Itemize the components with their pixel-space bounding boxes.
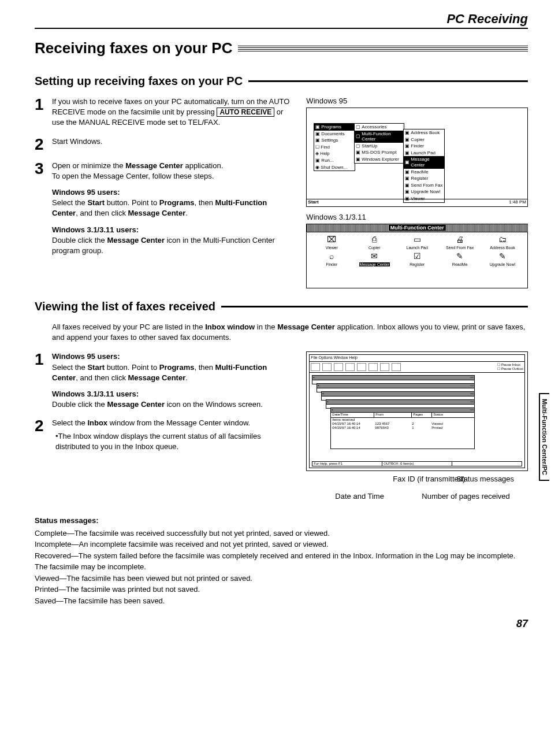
status-item: Viewed—The facsimile has been viewed but… xyxy=(35,573,528,584)
mfc-submenu: ▣Address Book ▣Copier ▣Finder ▣Launch Pa… xyxy=(403,129,445,203)
viewing-intro: All faxes received by your PC are listed… xyxy=(52,322,528,343)
viewing-left-column: 1 Windows 95 users: Select the Start but… xyxy=(35,351,295,503)
section-rule xyxy=(221,306,528,307)
lbl: Documents xyxy=(321,131,344,137)
step-number: 2 xyxy=(35,136,52,153)
icon-addressbook: 🗂Address Book xyxy=(482,235,523,250)
submenu-item: ▣ReadMe xyxy=(404,169,444,176)
lbl: Finder xyxy=(411,143,424,149)
lbl: Upgrade Now! xyxy=(411,189,440,195)
icon-readme: ✎ReadMe xyxy=(440,251,480,267)
txt: Double click the xyxy=(52,400,107,409)
lbl: Windows Explorer xyxy=(362,157,399,162)
txt: , and then click xyxy=(76,209,128,217)
w31-label: Windows 3.1/3.11 users: xyxy=(52,390,139,398)
menu-item: ☐Find xyxy=(314,144,355,151)
lbl: Send From Fax xyxy=(411,183,442,188)
step-number: 1 xyxy=(35,97,52,128)
side-tab: Multi-Function Center/PC xyxy=(539,393,549,481)
icon-upgrade: ✎Upgrade Now! xyxy=(482,251,523,267)
status-help: For Help, press F1 xyxy=(312,462,382,466)
column-headers: Date/Time From Pages Status xyxy=(331,413,474,417)
lbl: Help xyxy=(320,151,329,157)
txt: . xyxy=(185,209,188,217)
txt: Select the xyxy=(52,363,87,372)
tool-icon xyxy=(368,363,378,371)
submenu-item: ▣Send From Fax xyxy=(404,182,444,189)
message-center-screenshot: File Options Window Help ☐ Pause Inbox☐ … xyxy=(306,351,528,471)
mfc-titlebar: Multi-Function Center xyxy=(307,224,527,232)
txt: , then xyxy=(194,198,215,207)
win31-caption: Windows 3.1/3.11 xyxy=(306,213,528,221)
lbl: Programs xyxy=(321,124,341,130)
win95-caption: Windows 95 xyxy=(306,97,528,105)
lbl: Copier xyxy=(411,137,425,143)
win95-screenshot: ▣Programs ▣Documents ▣Settings ☐Find ◈He… xyxy=(306,108,528,207)
submenu-item: ▣Upgrade Now! xyxy=(404,188,444,195)
step3-a: Open or minimize the xyxy=(52,161,125,170)
viewing-step-1: 1 Windows 95 users: Select the Start but… xyxy=(35,351,295,410)
status-item: Printed—The facsimile was printed but no… xyxy=(35,584,528,595)
tool-icon xyxy=(334,363,343,371)
page-number: 87 xyxy=(35,618,528,630)
page-header: PC Receiving xyxy=(35,12,528,29)
step-number: 2 xyxy=(35,418,52,452)
bullet: •The Inbox window displays the current s… xyxy=(55,431,295,452)
setup-left-column: 1 If you wish to receive faxes on your P… xyxy=(35,97,295,288)
txt: window from the Message Center window. xyxy=(107,418,250,427)
submenu-item: ▣Windows Explorer xyxy=(355,156,404,163)
status-heading: Status messages: xyxy=(35,515,528,527)
menu-item: ▣Settings xyxy=(314,137,355,144)
step3-bold: Message Center xyxy=(125,161,183,170)
icon-message-center: ✉Message Center xyxy=(354,251,394,267)
lbl: Run... xyxy=(321,158,333,164)
w95-label: Windows 95 users: xyxy=(52,352,120,361)
txt: Select the xyxy=(52,418,87,427)
status-item: Saved—The facsimile has been saved. xyxy=(35,595,528,607)
lbl: Launch Pad xyxy=(411,150,435,156)
lbl: Find xyxy=(321,144,330,150)
callout-datetime: Date and Time xyxy=(335,492,384,501)
submenu-item: ▣Address Book xyxy=(404,129,444,136)
tool-icon xyxy=(380,363,389,371)
win31-screenshot: Multi-Function Center ⌧Viewer ⎙Copier ▭L… xyxy=(306,224,528,288)
lbl: Address Book xyxy=(411,130,440,136)
step-number: 3 xyxy=(35,161,52,257)
txt: icon on the Windows screen. xyxy=(165,400,263,409)
icon-finder: ⌕Finder xyxy=(311,251,352,267)
tool-icon xyxy=(357,363,366,371)
txt: button. Point to xyxy=(105,198,159,207)
step-2: 2 Start Windows. xyxy=(35,136,295,153)
submenu-item-mfc: ▢Multi-Function Center xyxy=(355,131,404,143)
title-rule xyxy=(238,46,528,51)
col-pages: Pages xyxy=(412,413,432,417)
cascade-windows: ▪▫▫▫ ▪▫▫▫ ▪▫▫▫ ▪▫▫▫ ▪▫▫▫ Date/Time From … xyxy=(312,375,522,450)
txt: in the xyxy=(255,323,277,331)
tool-icon xyxy=(345,363,355,371)
txt: Double click the xyxy=(52,236,107,244)
step3-b: application. xyxy=(183,161,223,170)
mc-bold: Message Center xyxy=(128,209,186,217)
start-menu: ▣Programs ▣Documents ▣Settings ☐Find ◈He… xyxy=(314,123,355,171)
icon-sendfromfax: 🖨Send From Fax xyxy=(440,235,480,250)
lbl: ReadMe xyxy=(411,169,428,175)
lbl: Register xyxy=(411,176,428,181)
step-body: Start Windows. xyxy=(52,136,295,153)
mc-bold: Message Center xyxy=(128,373,186,382)
col-status: Status xyxy=(432,413,474,417)
status-item: Complete—The facsimile was received succ… xyxy=(35,528,528,539)
inbox-window: ▪▫▫▫ Date/Time From Pages Status Items r… xyxy=(330,407,475,449)
viewing-right-column: File Options Window Help ☐ Pause Inbox☐ … xyxy=(306,351,528,503)
section-rule xyxy=(248,80,528,82)
lbl: Shut Down... xyxy=(321,165,347,171)
icon-copier: ⎙Copier xyxy=(354,235,394,250)
start-button: Start xyxy=(308,199,318,206)
submenu-item: ▢StartUp xyxy=(355,143,404,150)
status-item: Recovered—The system failed before the f… xyxy=(35,550,528,573)
lbl: MS-DOS Prompt xyxy=(362,150,396,155)
menu-item: ▣Documents xyxy=(314,131,355,138)
callout-faxid: Fax ID (if transmitted) xyxy=(393,475,465,483)
w95-label: Windows 95 users: xyxy=(52,188,120,197)
tool-icon xyxy=(322,363,332,371)
taskbar: Start 1:48 PM xyxy=(307,199,527,206)
